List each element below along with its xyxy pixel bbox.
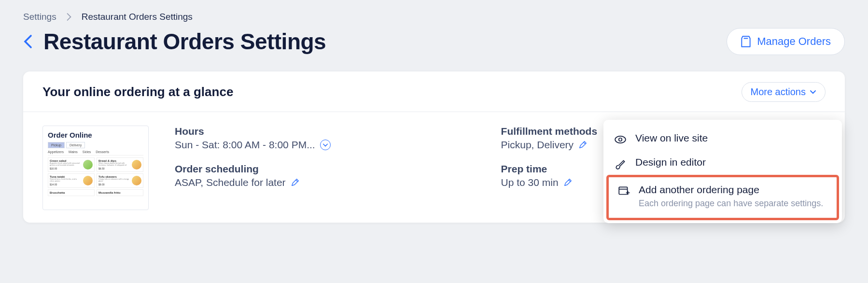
edit-scheduling-icon[interactable] xyxy=(291,178,299,187)
edit-fulfillment-icon[interactable] xyxy=(578,141,587,149)
scheduling-label: Order scheduling xyxy=(175,163,331,175)
chevron-right-icon xyxy=(66,13,72,21)
preview-dish: Tofu skewersCrispy tofu on skewers with … xyxy=(97,173,143,188)
more-actions-button[interactable]: More actions xyxy=(742,82,826,102)
prep-label: Prep time xyxy=(501,163,598,175)
breadcrumb-current: Restaurant Orders Settings xyxy=(82,12,193,22)
breadcrumb: Settings Restaurant Orders Settings xyxy=(23,12,845,22)
preview-cat: Sides xyxy=(83,150,91,154)
menu-item-add-page[interactable]: Add another ordering page Each ordering … xyxy=(616,182,829,211)
menu-item-label: Design in editor xyxy=(635,156,829,168)
preview-tab-delivery: Delivery xyxy=(66,142,85,148)
menu-item-view-live[interactable]: View on live site xyxy=(603,127,842,151)
preview-dish: Bread & dipsWarm house-baked bread with … xyxy=(97,157,143,172)
preview-dish: Tuna tatakiSeared tuna, fresh herbs, and… xyxy=(48,173,95,188)
fulfillment-value: Pickup, Delivery xyxy=(501,139,574,151)
menu-item-subtitle: Each ordering page can have separate set… xyxy=(639,198,827,209)
edit-prep-icon[interactable] xyxy=(563,178,572,187)
scheduling-value: ASAP, Schedule for later xyxy=(175,177,286,188)
svg-rect-2 xyxy=(619,187,627,194)
preview-tab-pickup: Pickup xyxy=(48,142,65,148)
preview-cat: Desserts xyxy=(96,150,109,154)
page-title: Restaurant Orders Settings xyxy=(43,28,326,55)
eye-icon xyxy=(614,132,627,145)
card-title: Your online ordering at a glance xyxy=(42,85,233,99)
preview-dish: Bruschetta xyxy=(48,189,95,196)
manage-orders-button[interactable]: Manage Orders xyxy=(727,28,845,55)
svg-point-0 xyxy=(615,136,626,143)
ordering-page-preview[interactable]: Order Online Pickup Delivery Appetizers … xyxy=(42,126,149,210)
breadcrumb-parent[interactable]: Settings xyxy=(23,12,56,22)
page-header: Restaurant Orders Settings Manage Orders xyxy=(23,28,845,55)
fulfillment-label: Fulfillment methods xyxy=(501,126,598,137)
preview-dish: Green saladA garden fresh salad with sea… xyxy=(48,157,95,172)
hours-value: Sun - Sat: 8:00 AM - 8:00 PM... xyxy=(175,139,315,151)
menu-item-label: View on live site xyxy=(635,132,829,144)
receipt-icon xyxy=(741,35,751,48)
preview-cat: Mains xyxy=(69,150,78,154)
menu-item-design-editor[interactable]: Design in editor xyxy=(603,151,842,175)
manage-orders-label: Manage Orders xyxy=(757,35,831,48)
prep-value: Up to 30 min xyxy=(501,177,559,188)
more-actions-label: More actions xyxy=(751,86,806,98)
brush-icon xyxy=(614,156,627,169)
hours-label: Hours xyxy=(175,126,331,137)
expand-hours-icon[interactable] xyxy=(320,140,331,150)
more-actions-menu: View on live site Design in editor Add a… xyxy=(603,120,842,223)
preview-title: Order Online xyxy=(48,131,143,139)
preview-cat: Appetizers xyxy=(48,150,64,154)
svg-point-1 xyxy=(619,138,622,142)
preview-dish: Mozzarella fritto xyxy=(97,189,143,196)
menu-item-highlight: Add another ordering page Each ordering … xyxy=(606,175,839,220)
page-add-icon xyxy=(617,184,630,197)
back-icon[interactable] xyxy=(23,34,33,49)
chevron-down-icon xyxy=(810,90,816,95)
menu-item-label: Add another ordering page xyxy=(639,184,827,196)
